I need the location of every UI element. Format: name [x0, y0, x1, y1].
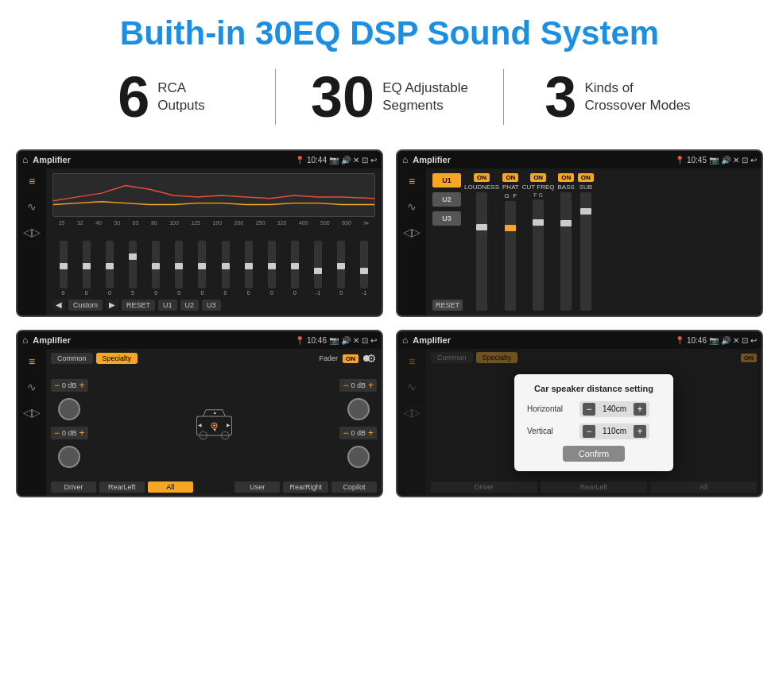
amp-wave-icon[interactable]: ∿ [407, 200, 417, 213]
dialog-sidebar: ≡ ∿ ◁▷ [397, 349, 426, 496]
crossover-home-icon[interactable]: ⌂ [22, 335, 28, 346]
eq-slider-14: -1 [360, 241, 368, 296]
right-rear-plus[interactable]: + [368, 428, 374, 438]
eq-u1-btn[interactable]: U1 [158, 300, 177, 311]
eq-track-4[interactable] [129, 241, 137, 288]
eq-track-10[interactable] [268, 241, 276, 288]
left-rear-minus[interactable]: − [54, 428, 60, 438]
eq-prev-btn[interactable]: ◀ [52, 299, 65, 311]
right-front-plus[interactable]: + [368, 381, 374, 390]
amp-cutfreq-slider[interactable] [533, 199, 544, 311]
horizontal-label: Horizontal [527, 404, 575, 413]
rearleft-btn[interactable]: RearLeft [99, 481, 145, 493]
dialog-overlay: Car speaker distance setting Horizontal … [426, 349, 762, 496]
amp-reset-btn[interactable]: RESET [432, 300, 463, 311]
amp-u3-btn[interactable]: U3 [432, 211, 461, 226]
eq-slider-11: 0 [291, 241, 299, 296]
amp-location-icon: 📍 [675, 156, 684, 164]
eq-track-14[interactable] [360, 241, 368, 288]
right-rear-minus[interactable]: − [343, 428, 348, 438]
copilot-btn[interactable]: Copilot [331, 481, 377, 493]
eq-track-5[interactable] [152, 241, 160, 288]
stat-eq: 30 EQ AdjustableSegments [276, 68, 503, 126]
amp-u2-btn[interactable]: U2 [432, 192, 461, 207]
amp-cutfreq-on[interactable]: ON [530, 173, 546, 182]
crossover-sidebar: ≡ ∿ ◁▷ [17, 349, 46, 496]
eq-track-3[interactable] [106, 241, 114, 288]
amp-u1-btn[interactable]: U1 [432, 173, 461, 188]
stat-eq-number: 30 [311, 68, 374, 126]
amp-sub-slider[interactable] [580, 192, 591, 311]
fader-row: Fader ON [319, 354, 363, 363]
page-header: Buith-in 30EQ DSP Sound System [0, 0, 779, 60]
eq-home-icon[interactable]: ⌂ [22, 154, 28, 165]
amp-volume-icon2[interactable]: ◁▷ [403, 226, 421, 238]
eq-track-6[interactable] [175, 241, 183, 288]
eq-track-13[interactable] [337, 241, 345, 288]
all-btn[interactable]: All [148, 481, 193, 493]
amp-bass-slider[interactable] [560, 192, 572, 311]
horizontal-value: 140cm [599, 404, 630, 413]
eq-track-1[interactable] [60, 241, 68, 288]
dialog-home-icon[interactable]: ⌂ [402, 335, 408, 346]
rearright-btn[interactable]: RearRight [283, 481, 328, 493]
horizontal-plus-btn[interactable]: + [634, 403, 646, 416]
eq-track-11[interactable] [291, 241, 299, 288]
eq-reset-btn[interactable]: RESET [122, 300, 155, 311]
eq-u3-btn[interactable]: U3 [202, 300, 221, 311]
amp-sub-on[interactable]: ON [578, 173, 594, 182]
amp-bass-on[interactable]: ON [558, 173, 574, 182]
right-front-minus[interactable]: − [343, 381, 348, 390]
amp-close-icon: ✕ [733, 156, 739, 164]
crossover-screen: ⌂ Amplifier 📍 10:46 📷 🔊 ✕ ⊡ ↩ ≡ ∿ ◁▷ C [16, 330, 383, 497]
eq-play-btn[interactable]: ▶ [106, 299, 118, 311]
eq-track-2[interactable] [83, 241, 91, 288]
amp-loudness-slider[interactable] [476, 192, 487, 311]
amp-presets: U1 U2 U3 RESET [432, 173, 461, 311]
right-rear-db: − 0 dB + [339, 427, 377, 439]
eq-filter-icon[interactable]: ≡ [29, 175, 35, 188]
crossover-volume-icon2[interactable]: ◁▷ [23, 406, 41, 419]
amp-channels: ON LOUDNESS ON PHAT G F [464, 173, 755, 311]
left-rear-plus[interactable]: + [79, 428, 85, 438]
user-btn[interactable]: User [234, 481, 280, 493]
freq-50: 50 [114, 220, 120, 226]
amp-loudness-on[interactable]: ON [474, 173, 490, 182]
left-speakers: − 0 dB + − 0 dB + [51, 379, 88, 468]
driver-btn[interactable]: Driver [51, 481, 96, 493]
eq-track-9[interactable] [245, 241, 253, 288]
amp-phat-slider[interactable] [505, 201, 516, 311]
svg-text:◀: ◀ [197, 423, 201, 427]
eq-volume-icon[interactable]: ◁▷ [23, 226, 41, 238]
right-front-db: − 0 dB + [339, 379, 377, 392]
amp-camera-icon: 📷 [709, 156, 719, 164]
tab-specialty[interactable]: Specialty [96, 353, 138, 364]
crossover-wave-icon[interactable]: ∿ [27, 381, 37, 393]
dialog-topbar: ⌂ Amplifier 📍 10:46 📷 🔊 ✕ ⊡ ↩ [397, 331, 762, 349]
tab-common[interactable]: Common [51, 353, 93, 364]
svg-point-4 [213, 424, 215, 427]
amp-home-icon[interactable]: ⌂ [402, 154, 408, 165]
eq-track-12[interactable] [314, 241, 322, 288]
camera-icon: 📷 [329, 156, 339, 164]
eq-track-8[interactable] [222, 241, 230, 288]
eq-wave-icon[interactable]: ∿ [27, 200, 37, 213]
dialog-wave-icon: ∿ [407, 381, 417, 393]
amp-phat-on[interactable]: ON [502, 173, 518, 182]
vertical-minus-btn[interactable]: − [583, 425, 595, 438]
vertical-plus-btn[interactable]: + [634, 425, 646, 438]
vertical-value-row: − 110cm + [579, 423, 649, 439]
horizontal-value-row: − 140cm + [579, 401, 649, 417]
eq-custom-btn[interactable]: Custom [68, 300, 103, 311]
crossover-filter-icon[interactable]: ≡ [29, 355, 35, 368]
eq-u2-btn[interactable]: U2 [180, 300, 200, 311]
fader-on-btn[interactable]: ON [343, 354, 358, 363]
amp-filter-icon[interactable]: ≡ [409, 175, 415, 188]
confirm-button[interactable]: Confirm [563, 446, 626, 462]
eq-track-7[interactable] [198, 241, 206, 288]
left-front-minus[interactable]: − [54, 381, 60, 390]
horizontal-minus-btn[interactable]: − [583, 403, 595, 416]
amp-sidebar: ≡ ∿ ◁▷ [397, 168, 426, 315]
left-front-plus[interactable]: + [79, 381, 85, 390]
horizontal-row: Horizontal − 140cm + [527, 401, 661, 417]
